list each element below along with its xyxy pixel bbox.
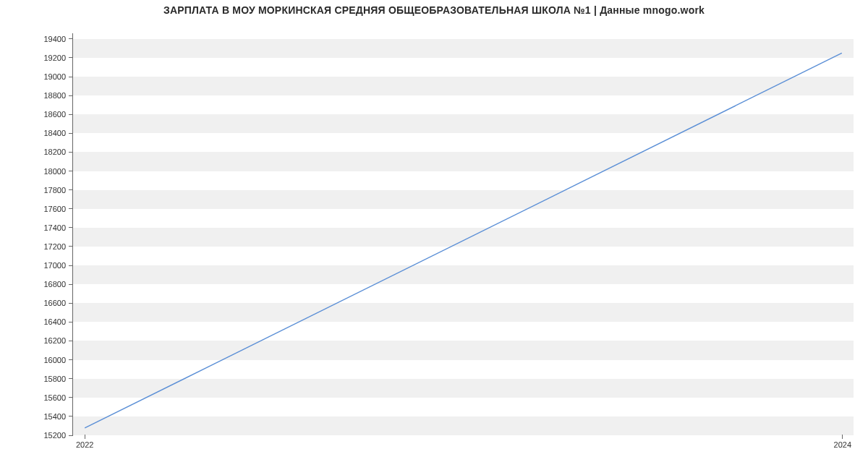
y-tick-label: 19400: [43, 35, 66, 43]
y-tick: [69, 341, 73, 341]
plot-area: 1520015400156001580016000162001640016600…: [72, 33, 854, 435]
y-tick-label: 16600: [43, 299, 66, 307]
y-tick: [69, 322, 73, 322]
y-tick: [69, 397, 73, 398]
y-tick-label: 19200: [43, 54, 66, 62]
y-tick: [69, 303, 73, 304]
y-tick-label: 18400: [43, 129, 66, 137]
y-tick-label: 18800: [43, 91, 66, 100]
y-tick-label: 17200: [43, 242, 66, 251]
y-tick: [69, 246, 73, 247]
x-tick-label: 2022: [76, 440, 93, 449]
x-tick: [85, 435, 85, 439]
chart-container: ЗАРПЛАТА В МОУ МОРКИНСКАЯ СРЕДНЯЯ ОБЩЕОБ…: [0, 0, 868, 470]
y-tick: [69, 435, 73, 436]
y-tick: [69, 227, 73, 228]
y-tick: [69, 95, 73, 96]
y-tick-label: 18200: [43, 148, 66, 156]
chart-title: ЗАРПЛАТА В МОУ МОРКИНСКАЯ СРЕДНЯЯ ОБЩЕОБ…: [0, 4, 868, 16]
line-series: [73, 33, 854, 435]
y-tick-label: 16800: [43, 280, 66, 289]
y-tick: [69, 189, 73, 190]
y-tick: [69, 114, 73, 115]
y-tick: [69, 133, 73, 134]
y-tick-label: 19000: [43, 72, 66, 81]
y-tick-label: 17600: [43, 205, 66, 213]
y-tick: [69, 378, 73, 379]
y-tick: [69, 416, 73, 416]
y-tick: [69, 57, 73, 58]
y-tick-label: 17000: [43, 261, 66, 270]
y-tick: [69, 77, 73, 77]
y-tick: [69, 284, 73, 285]
y-tick-label: 16400: [43, 317, 66, 326]
x-tick: [842, 435, 843, 439]
y-tick: [69, 152, 73, 153]
data-line: [85, 53, 842, 428]
y-tick-label: 17400: [43, 223, 66, 232]
y-tick-label: 15400: [43, 412, 66, 421]
y-tick: [69, 38, 73, 39]
y-tick: [69, 265, 73, 266]
y-tick-label: 16000: [43, 356, 66, 364]
y-tick-label: 17800: [43, 186, 66, 195]
y-tick: [69, 359, 73, 360]
y-tick-label: 18000: [43, 167, 66, 176]
y-tick: [69, 208, 73, 209]
y-tick-label: 16200: [43, 336, 66, 345]
y-tick-label: 15800: [43, 375, 66, 383]
y-tick-label: 15200: [43, 431, 66, 440]
y-tick-label: 15600: [43, 393, 66, 402]
x-tick-label: 2024: [834, 440, 851, 449]
y-tick: [69, 171, 73, 171]
y-tick-label: 18600: [43, 110, 66, 119]
